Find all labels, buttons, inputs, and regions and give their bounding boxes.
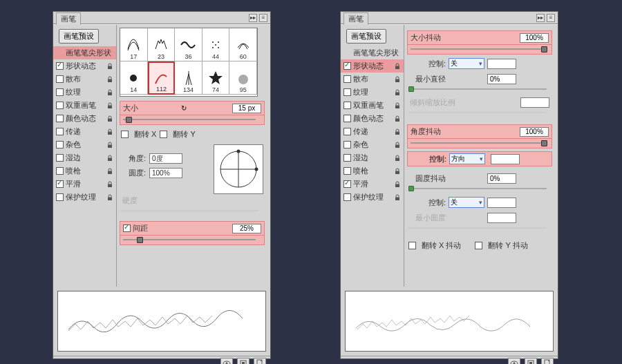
panel-title[interactable]: 画笔 [343,12,368,25]
sidebar-item-3[interactable]: 纹理 [341,86,404,99]
angle-jitter-value[interactable]: 100% [520,127,549,137]
brush-thumb[interactable]: 23 [148,28,176,61]
round-jitter-value[interactable]: 0% [487,173,516,184]
sidebar-checkbox[interactable] [343,167,351,175]
lock-icon[interactable] [394,168,401,175]
flipy-jitter-checkbox[interactable] [475,242,482,249]
size-jitter-value[interactable]: 100% [520,33,549,43]
sidebar-item-11[interactable]: 保护纹理 [341,191,404,204]
angle-value[interactable]: 0度 [149,153,182,164]
size-jitter-slider[interactable] [407,45,552,55]
lock-icon[interactable] [106,128,113,135]
round-control-value[interactable] [487,198,516,208]
sidebar-item-8[interactable]: 湿边 [341,151,404,164]
flipx-checkbox[interactable] [121,131,129,138]
brush-preset-button[interactable]: 画笔预设 [346,29,386,44]
lock-icon[interactable] [394,102,401,109]
lock-icon[interactable] [394,194,401,201]
size-value[interactable]: 15 px [232,104,261,113]
sidebar-item-11[interactable]: 保护纹理 [53,191,116,204]
collapse-icon[interactable]: ▸▸ [536,14,545,22]
sidebar-checkbox[interactable] [343,154,351,162]
collapse-icon[interactable]: ▸▸ [249,14,257,22]
brush-thumb-grid[interactable]: 1723364460 141121347495 [120,28,258,97]
size-control-value[interactable] [487,59,516,69]
new-icon[interactable] [237,358,249,365]
lock-icon[interactable] [394,181,401,188]
brush-thumb[interactable]: 134 [175,61,202,95]
brush-thumb[interactable]: 36 [175,28,202,61]
toggle-preview-icon[interactable] [508,358,520,365]
sidebar-item-9[interactable]: 喷枪 [341,164,404,178]
brush-thumb[interactable]: 60 [229,28,257,61]
sidebar-item-10[interactable]: 平滑 [341,178,404,191]
sidebar-item-0[interactable]: 画笔笔尖形状 [53,46,116,59]
sidebar-item-3[interactable]: 纹理 [53,86,116,99]
sidebar-checkbox[interactable] [343,102,351,109]
lock-icon[interactable] [106,89,113,96]
size-control-dropdown[interactable]: 关▾ [449,58,484,69]
lock-icon[interactable] [106,168,113,175]
sidebar-item-6[interactable]: 传递 [341,125,404,138]
angle-jitter-slider[interactable] [407,139,552,149]
sidebar-checkbox[interactable] [56,167,64,175]
lock-icon[interactable] [106,63,113,70]
sidebar-item-1[interactable]: 形状动态 [341,59,404,73]
sidebar-checkbox[interactable] [343,88,351,96]
flipx-jitter-checkbox[interactable] [408,242,416,249]
spacing-checkbox[interactable] [123,224,131,232]
brush-thumb[interactable]: 44 [202,28,230,61]
sidebar-checkbox[interactable] [343,128,351,135]
lock-icon[interactable] [394,115,401,122]
sidebar-checkbox[interactable] [56,141,64,149]
lock-icon[interactable] [394,142,401,149]
spacing-value[interactable]: 25% [232,224,261,233]
lock-icon[interactable] [106,181,113,188]
brush-thumb[interactable]: 17 [120,28,148,61]
sidebar-checkbox[interactable] [56,102,64,109]
sidebar-checkbox[interactable] [56,180,64,188]
sidebar-checkbox[interactable] [343,193,351,201]
round-jitter-slider[interactable] [407,185,552,193]
panel-title[interactable]: 画笔 [56,12,81,25]
sidebar-item-7[interactable]: 杂色 [341,138,404,151]
sidebar-checkbox[interactable] [343,180,351,188]
min-diameter-slider[interactable] [407,86,552,94]
sidebar-item-5[interactable]: 颜色动态 [341,112,404,125]
lock-icon[interactable] [106,76,113,83]
size-slider[interactable] [120,115,265,125]
sidebar-checkbox[interactable] [56,193,64,201]
brush-thumb[interactable]: 14 [120,61,148,95]
document-icon[interactable] [541,358,554,365]
sidebar-checkbox[interactable] [343,115,351,122]
flipy-checkbox[interactable] [160,131,167,138]
lock-icon[interactable] [394,155,401,162]
brush-preset-button[interactable]: 画笔预设 [59,29,99,44]
menu-icon[interactable]: ≡ [547,14,555,22]
sidebar-checkbox[interactable] [343,62,351,70]
document-icon[interactable] [254,358,266,365]
angle-control-value[interactable] [491,154,520,164]
sidebar-item-10[interactable]: 平滑 [53,178,116,191]
round-control-dropdown[interactable]: 关▾ [449,197,484,208]
sidebar-checkbox[interactable] [343,141,351,149]
sidebar-item-8[interactable]: 湿边 [53,151,116,164]
angle-control-dropdown[interactable]: 方向▾ [449,153,485,164]
sidebar-checkbox[interactable] [56,128,64,135]
sidebar-item-4[interactable]: 双重画笔 [53,99,116,112]
sidebar-item-7[interactable]: 杂色 [53,138,116,151]
brush-thumb[interactable]: 95 [229,61,257,95]
sidebar-checkbox[interactable] [56,154,64,162]
sidebar-item-2[interactable]: 散布 [53,73,116,86]
min-diameter-value[interactable]: 0% [487,74,516,84]
sidebar-checkbox[interactable] [56,88,64,96]
reset-size-icon[interactable]: ↻ [181,104,187,112]
brush-thumb[interactable]: 112 [148,61,176,95]
lock-icon[interactable] [394,63,401,70]
sidebar-checkbox[interactable] [56,75,64,83]
lock-icon[interactable] [106,142,113,149]
menu-icon[interactable]: ≡ [259,14,267,22]
lock-icon[interactable] [106,102,113,109]
sidebar-item-5[interactable]: 颜色动态 [53,112,116,125]
sidebar-checkbox[interactable] [343,75,351,83]
